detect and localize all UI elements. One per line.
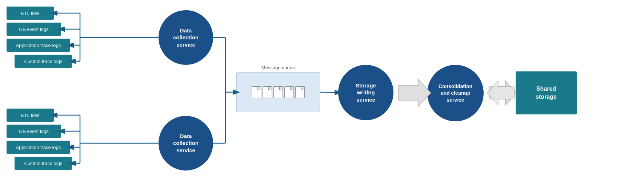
custom-trace-logs-bottom: Custom trace logs [15, 157, 72, 170]
os-event-logs-top: OS event logs [7, 23, 61, 36]
doc-icon-2 [263, 86, 272, 98]
app-trace-logs-bottom: Application trace logs [7, 141, 70, 154]
doc-icon-4 [284, 86, 294, 98]
message-queue [236, 72, 320, 112]
doc-icon-3 [273, 86, 283, 98]
etl-files-top: ETL files [7, 7, 54, 20]
app-trace-logs-top: Application trace logs [7, 39, 70, 52]
svg-marker-17 [398, 79, 431, 106]
architecture-diagram: ETL files OS event logs Application trac… [0, 0, 644, 188]
data-collection-service-bottom: Datacollectionservice [159, 116, 213, 171]
storage-writing-service: Storagewritingservice [338, 65, 393, 120]
shared-storage: Sharedstorage [516, 71, 577, 114]
message-queue-label: Message queue [236, 65, 320, 70]
svg-marker-19 [487, 81, 515, 105]
doc-icon-5 [295, 86, 305, 98]
svg-line-16 [320, 92, 338, 93]
consolidation-cleanup-service: Consolidationand cleanupservice [427, 65, 484, 121]
etl-files-bottom: ETL files [7, 109, 54, 122]
custom-trace-logs-top: Custom trace logs [15, 55, 72, 68]
svg-marker-18 [489, 81, 516, 105]
os-event-logs-bottom: OS event logs [7, 125, 61, 138]
doc-icon-1 [252, 86, 261, 98]
data-collection-service-top: Datacollectionservice [159, 10, 213, 65]
